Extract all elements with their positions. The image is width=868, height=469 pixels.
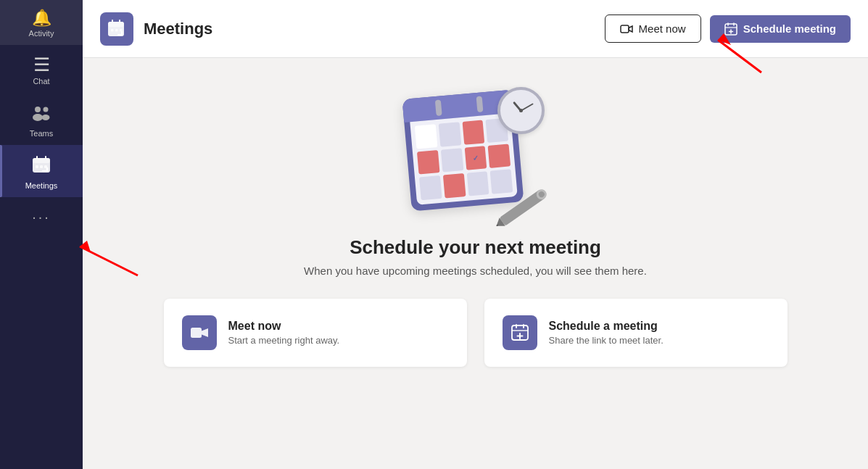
svg-rect-18 — [111, 29, 114, 32]
header-actions: Meet now Schedule meeting — [605, 14, 851, 43]
chat-icon: ☰ — [33, 55, 50, 74]
clock-illustration — [497, 87, 545, 134]
schedule-meeting-button[interactable]: Schedule meeting — [710, 15, 851, 43]
cal-cell-check: ✓ — [464, 146, 487, 170]
svg-rect-5 — [33, 158, 50, 163]
svg-rect-15 — [108, 22, 124, 27]
cal-cell — [466, 172, 489, 196]
meetings-icon — [31, 155, 51, 178]
main-area: ✓ — [83, 58, 868, 469]
page-header: Meetings Meet now Schedule meeting — [83, 0, 868, 58]
meetings-header-icon — [100, 12, 133, 46]
cal-ring-left — [434, 99, 442, 116]
svg-point-3 — [42, 115, 50, 120]
svg-point-0 — [35, 107, 41, 112]
more-icon: ··· — [32, 209, 51, 225]
cal-cell — [438, 122, 460, 146]
clock-center — [519, 109, 523, 112]
svg-rect-35 — [191, 328, 202, 338]
teams-icon — [31, 103, 51, 126]
card-meet-now[interactable]: Meet now Start a meeting right away. — [164, 299, 467, 367]
cal-cell — [487, 144, 510, 168]
cal-ring-right — [476, 96, 483, 112]
card-meet-now-text: Meet now Start a meeting right away. — [228, 320, 340, 346]
card-schedule-subtitle: Share the link to meet later. — [549, 335, 664, 346]
card-schedule-meeting[interactable]: Schedule a meeting Share the link to mee… — [484, 299, 788, 367]
svg-rect-9 — [40, 165, 43, 168]
page-title: Meetings — [144, 20, 605, 38]
sidebar-item-meetings[interactable]: Meetings — [0, 145, 83, 197]
cal-cell — [416, 150, 439, 175]
card-meet-now-title: Meet now — [228, 320, 340, 333]
svg-rect-23 — [621, 25, 629, 33]
sidebar-item-teams[interactable]: Teams — [0, 93, 83, 145]
calendar-add-icon — [724, 22, 737, 36]
card-schedule-icon — [503, 315, 537, 350]
schedule-heading: Schedule your next meeting — [350, 236, 601, 259]
video-icon — [620, 24, 633, 34]
meet-now-button[interactable]: Meet now — [605, 14, 701, 43]
activity-icon: 🔔 — [32, 10, 51, 26]
cal-cell — [440, 148, 463, 173]
schedule-subtext: When you have upcoming meetings schedule… — [304, 265, 647, 277]
action-cards: Meet now Start a meeting right away. — [164, 299, 788, 367]
cal-cell — [442, 173, 465, 198]
svg-rect-19 — [115, 29, 118, 32]
sidebar-item-chat-label: Chat — [33, 77, 49, 86]
card-schedule-text: Schedule a meeting Share the link to mee… — [549, 320, 664, 346]
calendar-plus-icon — [511, 324, 529, 341]
sidebar-item-teams-label: Teams — [30, 129, 53, 138]
sidebar-item-meetings-label: Meetings — [25, 181, 58, 190]
cal-cell — [462, 120, 484, 144]
cal-cell — [419, 175, 442, 200]
calendar-illustration: ✓ — [392, 80, 559, 225]
svg-point-1 — [44, 107, 49, 112]
cal-cell — [414, 124, 437, 149]
main-content: Meetings Meet now Schedule meeting — [83, 0, 868, 469]
sidebar-item-activity-label: Activity — [29, 29, 54, 38]
svg-rect-8 — [36, 165, 38, 168]
card-schedule-title: Schedule a meeting — [549, 320, 664, 333]
video-camera-icon — [190, 325, 209, 340]
sidebar-more-button[interactable]: ··· — [0, 197, 83, 237]
svg-point-2 — [33, 114, 43, 121]
sidebar: 🔔 Activity ☰ Chat Teams — [0, 0, 83, 469]
card-meet-now-icon — [182, 315, 217, 350]
cal-cell — [489, 170, 512, 194]
clock-face — [497, 87, 545, 134]
card-meet-now-subtitle: Start a meeting right away. — [228, 335, 340, 346]
sidebar-item-activity[interactable]: 🔔 Activity — [0, 0, 83, 45]
sidebar-item-chat[interactable]: ☰ Chat — [0, 45, 83, 93]
